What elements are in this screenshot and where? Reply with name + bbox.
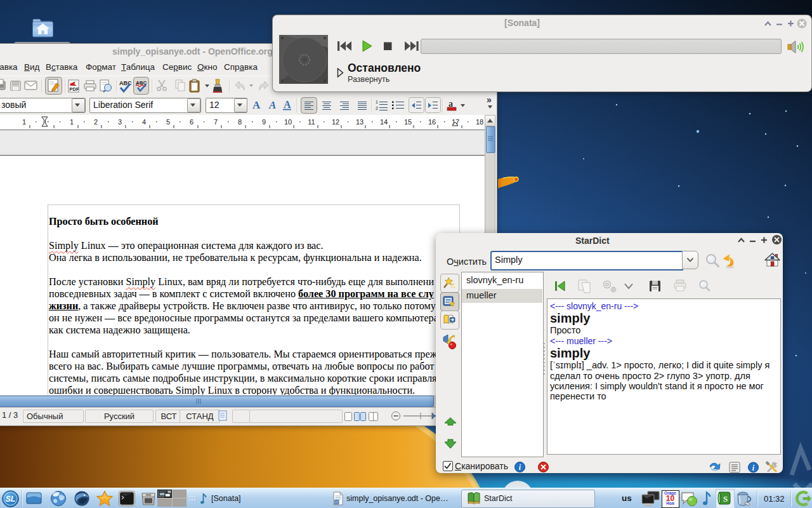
svg-text:PDF: PDF xyxy=(70,86,79,92)
svg-text:1: 1 xyxy=(22,118,26,126)
svg-text:1: 1 xyxy=(376,100,378,104)
svg-text:8: 8 xyxy=(238,118,242,126)
svg-text:10: 10 xyxy=(284,118,292,126)
svg-text:3: 3 xyxy=(118,118,122,126)
svg-text:1: 1 xyxy=(70,118,74,126)
svg-text:9: 9 xyxy=(262,118,266,126)
svg-text:12: 12 xyxy=(332,118,339,126)
svg-text:A: A xyxy=(252,99,261,111)
svg-text:ABC: ABC xyxy=(119,80,132,86)
svg-text:13: 13 xyxy=(356,118,363,126)
svg-text:5: 5 xyxy=(166,118,170,126)
svg-text:16: 16 xyxy=(428,118,436,126)
svg-text:15: 15 xyxy=(404,118,412,126)
svg-text:A: A xyxy=(268,99,276,111)
svg-text:6: 6 xyxy=(190,118,193,126)
svg-text:7: 7 xyxy=(214,118,218,126)
svg-text:2: 2 xyxy=(376,106,378,110)
svg-text:11: 11 xyxy=(308,118,315,126)
svg-text:S: S xyxy=(723,494,728,504)
svg-text:2: 2 xyxy=(94,118,98,126)
svg-text:SL: SL xyxy=(6,495,16,504)
svg-text:A: A xyxy=(284,99,291,110)
svg-text:18: 18 xyxy=(476,118,483,126)
svg-text:14: 14 xyxy=(380,118,388,126)
svg-text:4: 4 xyxy=(142,118,146,126)
